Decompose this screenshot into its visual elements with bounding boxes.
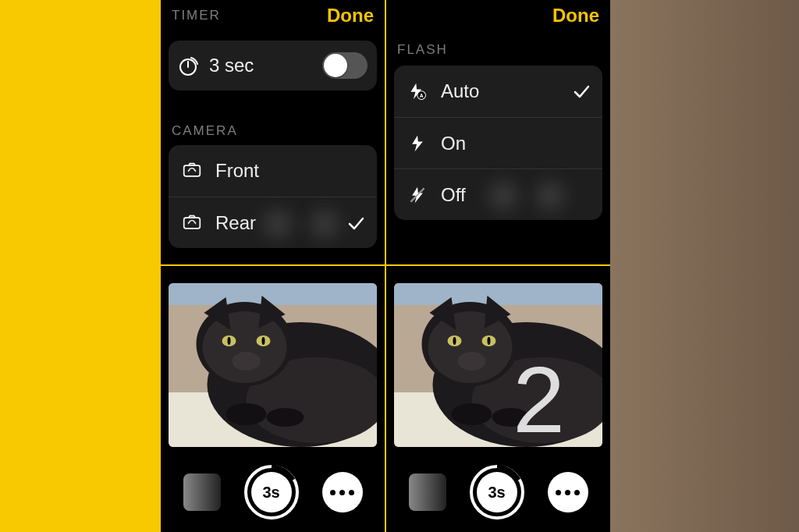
camera-preview[interactable]: 2 <box>394 283 602 447</box>
flash-option-label: On <box>441 133 590 154</box>
flash-option-list: Auto On Off <box>394 66 602 220</box>
flash-off-icon <box>407 186 428 204</box>
dots-icon <box>556 490 561 495</box>
shutter-button[interactable]: 3s <box>470 465 524 520</box>
done-button[interactable]: Done <box>327 5 374 27</box>
shutter-timer-label: 3s <box>244 465 299 520</box>
camera-viewfinder-countdown-panel: 2 3s <box>386 266 610 532</box>
done-button[interactable]: Done <box>552 5 599 27</box>
flash-option-label: Auto <box>441 80 560 102</box>
dots-icon <box>330 490 336 495</box>
camera-option-front[interactable]: Front <box>169 145 377 197</box>
checkmark-icon <box>573 83 590 100</box>
flash-option-on[interactable]: On <box>394 117 602 168</box>
flash-auto-icon <box>407 82 428 101</box>
flash-option-label: Off <box>441 184 590 206</box>
camera-viewfinder-panel: 3s <box>161 266 385 532</box>
camera-section-label: CAMERA <box>172 123 238 139</box>
more-options-button[interactable] <box>548 472 588 512</box>
shutter-button[interactable]: 3s <box>244 465 299 520</box>
camera-switch-icon <box>181 161 203 180</box>
shutter-timer-label: 3s <box>470 465 524 520</box>
last-photo-thumbnail[interactable] <box>183 473 221 511</box>
last-photo-thumbnail[interactable] <box>409 473 446 511</box>
timer-value-label: 3 sec <box>209 55 311 76</box>
camera-preview[interactable] <box>169 283 377 447</box>
timer-toggle[interactable] <box>322 52 368 79</box>
camera-switch-icon <box>181 214 203 232</box>
settings-timer-camera-panel: Done TIMER 3 sec CAMERA Front Rear <box>161 0 385 264</box>
camera-option-label: Rear <box>215 212 335 234</box>
timer-section-label: TIMER <box>172 8 221 23</box>
checkmark-icon <box>347 215 364 232</box>
timer-icon <box>178 55 198 76</box>
timer-row[interactable]: 3 sec <box>169 41 377 90</box>
flash-option-auto[interactable]: Auto <box>394 66 602 117</box>
flash-on-icon <box>407 134 428 153</box>
camera-option-rear[interactable]: Rear <box>169 197 377 248</box>
more-options-button[interactable] <box>322 472 363 512</box>
flash-option-off[interactable]: Off <box>394 168 602 220</box>
camera-option-list: Front Rear <box>169 145 377 248</box>
camera-controls: 3s <box>386 462 610 523</box>
camera-option-label: Front <box>215 160 364 182</box>
flash-section-label: FLASH <box>397 42 448 58</box>
settings-flash-panel: Done FLASH Auto On Off <box>386 0 610 264</box>
camera-controls: 3s <box>161 462 385 523</box>
